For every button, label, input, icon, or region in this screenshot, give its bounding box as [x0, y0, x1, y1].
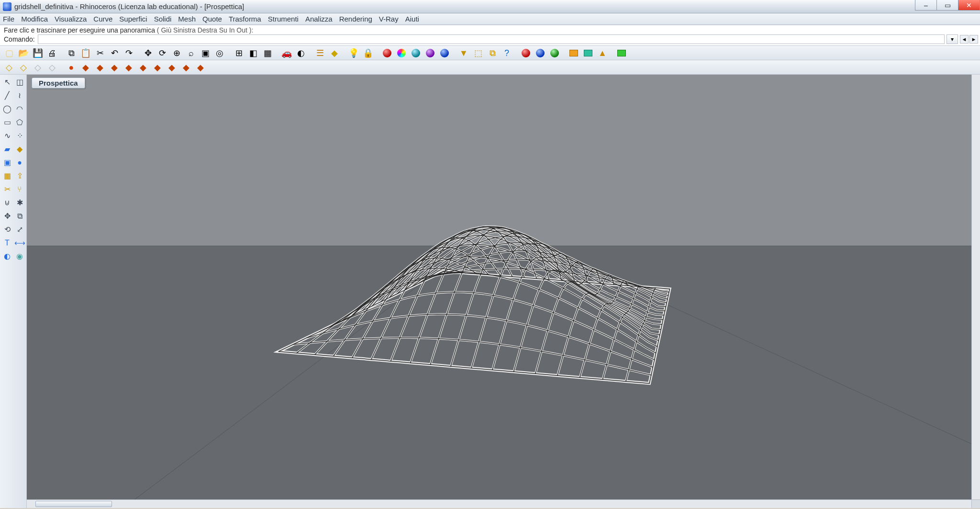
undo-icon[interactable]: ↶ [108, 47, 121, 59]
menu-trasforma[interactable]: Trasforma [229, 15, 261, 23]
vray7-icon[interactable]: ◆ [151, 61, 164, 74]
menu-quote[interactable]: Quote [202, 15, 222, 23]
menu-aiuti[interactable]: Aiuti [405, 15, 419, 23]
mat-purple-icon[interactable] [424, 47, 436, 59]
trim-icon[interactable]: ✂ [1, 184, 13, 195]
lasso-icon[interactable]: ◫ [14, 77, 25, 88]
cplanes-icon[interactable]: ⊞ [233, 47, 245, 59]
vray1-icon[interactable]: ● [65, 61, 78, 74]
line-icon[interactable]: ╱ [1, 90, 13, 101]
vray3-icon[interactable]: ◆ [94, 61, 106, 74]
menu-mesh[interactable]: Mesh [178, 15, 196, 23]
dim-icon[interactable]: ⟷ [14, 237, 25, 249]
copy-icon2[interactable]: ⧉ [14, 210, 25, 222]
horizontal-scrollbar[interactable] [27, 499, 971, 508]
grid-icon[interactable]: ▦ [261, 47, 274, 59]
layer-icon[interactable]: ☰ [314, 47, 326, 59]
menu-superfici[interactable]: Superfici [119, 15, 147, 23]
menu-solidi[interactable]: Solidi [154, 15, 172, 23]
mat-cyan-icon[interactable] [410, 47, 422, 59]
new-icon[interactable]: ▢ [3, 47, 15, 59]
box-icon[interactable]: ▣ [1, 157, 13, 168]
redo-icon[interactable]: ↷ [122, 47, 135, 59]
vray5-icon[interactable]: ◆ [122, 61, 135, 74]
move-icon[interactable]: ✥ [1, 210, 13, 222]
viewport-label[interactable]: Prospettica [32, 77, 85, 89]
tag4-icon[interactable]: ◇ [46, 61, 58, 74]
render-icon2[interactable]: ◐ [1, 251, 13, 262]
print-icon[interactable]: 🖨 [46, 47, 58, 59]
vray4-icon[interactable]: ◆ [108, 61, 121, 74]
named-view-icon[interactable]: ◧ [247, 47, 259, 59]
vray2-icon[interactable]: ◆ [79, 61, 92, 74]
history-next-button[interactable]: ► [969, 35, 978, 44]
menu-modifica[interactable]: Modifica [21, 15, 48, 23]
menu-rendering[interactable]: Rendering [339, 15, 372, 23]
ball-green-icon[interactable] [548, 47, 561, 59]
text-icon[interactable]: T [1, 237, 13, 249]
ball-blue-icon[interactable] [534, 47, 546, 59]
menu-analizza[interactable]: Analizza [305, 15, 333, 23]
vray6-icon[interactable]: ◆ [137, 61, 149, 74]
polygon-icon[interactable]: ⬠ [14, 117, 25, 128]
sq-teal-icon[interactable] [582, 47, 594, 59]
vray9-icon[interactable]: ◆ [180, 61, 192, 74]
ball-red-icon[interactable] [520, 47, 532, 59]
camera-icon[interactable]: ◉ [14, 251, 25, 262]
mat-rainbow-icon[interactable] [395, 47, 408, 59]
save-icon[interactable]: 💾 [32, 47, 44, 59]
surface-icon[interactable]: ▰ [1, 144, 13, 155]
extrude-icon[interactable]: ⇪ [14, 170, 25, 182]
menu-strumenti[interactable]: Strumenti [268, 15, 299, 23]
mesh-icon[interactable]: ▦ [1, 170, 13, 182]
points-icon[interactable]: ⁘ [14, 130, 25, 142]
solid-icon[interactable]: ◆ [14, 144, 25, 155]
cut-icon[interactable]: ✂ [94, 47, 106, 59]
polyline-icon[interactable]: ≀ [14, 90, 25, 101]
render-icon[interactable]: 🚗 [280, 47, 293, 59]
pointer-icon[interactable]: ↖ [1, 77, 13, 88]
sphere-icon[interactable]: ● [14, 157, 25, 168]
dup-icon[interactable]: ⧉ [486, 47, 499, 59]
copy-icon[interactable]: ⧉ [65, 47, 78, 59]
viewport-perspective[interactable]: Prospettica [27, 75, 980, 508]
minimize-button[interactable]: – [915, 0, 937, 11]
curve-icon[interactable]: ∿ [1, 130, 13, 142]
tag1-icon[interactable]: ◇ [3, 61, 15, 74]
rotate-icon2[interactable]: ⟲ [1, 224, 13, 235]
vray8-icon[interactable]: ◆ [166, 61, 178, 74]
tag3-icon[interactable]: ◇ [32, 61, 44, 74]
split-icon[interactable]: ⑂ [14, 184, 25, 195]
filter-icon[interactable]: ▼ [457, 47, 470, 59]
open-icon[interactable]: 📂 [17, 47, 30, 59]
paste-icon[interactable]: 📋 [79, 47, 92, 59]
light-icon[interactable]: 💡 [347, 47, 360, 59]
sel-icon[interactable]: ⬚ [472, 47, 484, 59]
maximize-button[interactable]: ▭ [936, 0, 958, 11]
lock-icon[interactable]: 🔒 [362, 47, 374, 59]
command-input[interactable] [38, 34, 945, 44]
scale-icon[interactable]: ⤢ [14, 224, 25, 235]
command-dropdown[interactable]: ▾ [947, 34, 958, 44]
explode-icon[interactable]: ✱ [14, 197, 25, 209]
zoom-select-icon[interactable]: ◎ [213, 47, 226, 59]
zoom-icon[interactable]: ⊕ [170, 47, 183, 59]
join-icon[interactable]: ⊍ [1, 197, 13, 209]
arc-icon[interactable]: ◠ [14, 103, 25, 115]
history-prev-button[interactable]: ◄ [960, 35, 969, 44]
menu-v-ray[interactable]: V-Ray [379, 15, 399, 23]
close-button[interactable]: ✕ [958, 0, 980, 11]
help-icon[interactable]: ? [501, 47, 513, 59]
menu-curve[interactable]: Curve [93, 15, 112, 23]
zoom-window-icon[interactable]: ⌕ [185, 47, 197, 59]
menu-file[interactable]: File [3, 15, 14, 23]
rotate-icon[interactable]: ⟳ [156, 47, 168, 59]
vray10-icon[interactable]: ◆ [194, 61, 207, 74]
mat-blue-icon[interactable] [438, 47, 451, 59]
prop-icon[interactable]: ◆ [328, 47, 341, 59]
mat-red-icon[interactable] [381, 47, 393, 59]
zoom-extents-icon[interactable]: ▣ [199, 47, 212, 59]
sq-green-icon[interactable] [615, 47, 628, 59]
vertical-scrollbar[interactable] [971, 75, 980, 499]
cone-icon[interactable]: ▲ [596, 47, 609, 59]
